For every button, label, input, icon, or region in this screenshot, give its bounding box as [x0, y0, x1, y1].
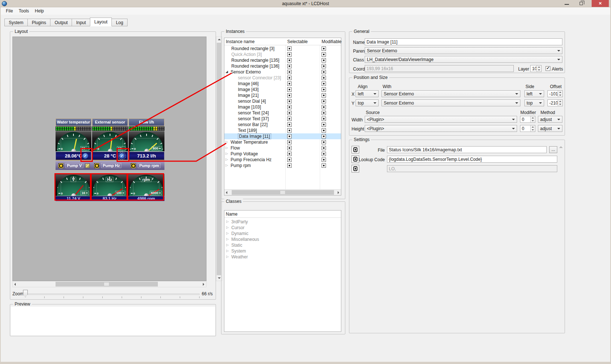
lcd-column[interactable]: Flow l/h0800713.2 l/h: [129, 118, 164, 160]
instance-row[interactable]: Image [43]: [224, 87, 341, 92]
spinner-arrows-icon[interactable]: [530, 116, 535, 122]
pump-cell[interactable]: Pump Hz: [91, 161, 128, 170]
tab-log[interactable]: Log: [111, 19, 128, 26]
selectable-checkbox[interactable]: [287, 122, 292, 127]
selectable-checkbox[interactable]: [287, 64, 292, 68]
class-row[interactable]: ▷Dynamic: [224, 231, 341, 236]
scroll-left-icon[interactable]: [224, 190, 230, 195]
width-method-select[interactable]: adjust: [538, 116, 562, 123]
lcd-column[interactable]: External sensor05028 °C✓: [92, 118, 128, 160]
x-side-select[interactable]: left: [524, 90, 544, 97]
minimize-button[interactable]: [561, 0, 572, 7]
modifiable-checkbox[interactable]: [322, 99, 326, 103]
instance-row[interactable]: Image [46]: [224, 81, 341, 87]
modifiable-checkbox[interactable]: [322, 81, 326, 86]
expand-arrow-icon[interactable]: ▷: [226, 243, 229, 247]
column-selectable[interactable]: Selectable: [287, 39, 308, 44]
instances-table-header[interactable]: Instance name Selectable Modifiable: [224, 38, 341, 45]
instance-row[interactable]: sensor Bar [22]: [224, 122, 341, 128]
modifiable-checkbox[interactable]: [322, 146, 326, 150]
instance-row[interactable]: Image [103]: [224, 104, 341, 110]
instance-row[interactable]: ▷Water Temperature: [224, 139, 341, 145]
selectable-checkbox[interactable]: [287, 46, 292, 51]
modifiable-checkbox[interactable]: [322, 52, 326, 57]
selectable-checkbox[interactable]: [287, 146, 292, 150]
extra-binding-button[interactable]: [352, 165, 359, 172]
modifiable-checkbox[interactable]: [322, 111, 326, 115]
instance-row[interactable]: Image [21]: [224, 92, 341, 98]
expand-arrow-icon[interactable]: ▷: [225, 152, 228, 155]
tab-plugins[interactable]: Plugins: [27, 19, 50, 26]
instances-horizontal-scrollbar[interactable]: [224, 189, 341, 195]
modifiable-checkbox[interactable]: [322, 46, 326, 51]
modifiable-checkbox[interactable]: [322, 152, 326, 156]
modifiable-checkbox[interactable]: [322, 140, 326, 144]
file-binding-button[interactable]: [352, 146, 359, 153]
selectable-checkbox[interactable]: [287, 81, 292, 86]
lcd-top-row[interactable]: Water temperatur05028.06°C✓External sens…: [56, 118, 164, 160]
instance-row[interactable]: Quick Action [3]: [224, 52, 341, 57]
class-row[interactable]: ▷System: [224, 248, 341, 254]
modifiable-checkbox[interactable]: [322, 117, 326, 121]
modifiable-checkbox[interactable]: [322, 128, 326, 133]
column-name[interactable]: Name: [226, 212, 238, 217]
gauge-bezel[interactable]: Hz0100: [91, 174, 128, 196]
instance-row[interactable]: sensor Connector [23]: [224, 75, 341, 81]
gauge-bezel[interactable]: rpm06000: [128, 174, 164, 196]
instance-row[interactable]: ◢Sensor Externo: [224, 69, 341, 75]
instance-row[interactable]: Rounded rectangle [136]: [224, 63, 341, 69]
selectable-checkbox[interactable]: [287, 134, 292, 139]
instance-row[interactable]: ▷Pump Voltage: [224, 151, 341, 157]
layout-canvas[interactable]: Water temperatur05028.06°C✓External sens…: [12, 37, 206, 281]
class-row[interactable]: ▷3rdParty: [224, 219, 341, 225]
horizontal-scroll-thumb[interactable]: [56, 282, 158, 287]
expand-arrow-icon[interactable]: ▷: [226, 237, 229, 241]
class-select[interactable]: LH_DataViewer/DataViewerImage: [365, 56, 562, 63]
canvas-horizontal-scrollbar[interactable]: [12, 281, 206, 287]
instance-row[interactable]: sensor Text [24]: [224, 110, 341, 116]
instance-row[interactable]: Data Image [11]: [224, 133, 341, 139]
pump-cell[interactable]: Pump V: [56, 161, 91, 170]
instances-table[interactable]: Instance name Selectable Modifiable Roun…: [224, 38, 341, 196]
spinner-arrows-icon[interactable]: [530, 125, 535, 132]
class-row[interactable]: ▷Weather: [224, 254, 341, 260]
restore-button[interactable]: [576, 0, 587, 7]
tab-output[interactable]: Output: [50, 19, 72, 26]
modifiable-checkbox[interactable]: [322, 105, 326, 109]
instance-row[interactable]: ▷Pump Frecuencia Hz: [224, 157, 341, 163]
tab-system[interactable]: System: [4, 19, 28, 26]
y-with-select[interactable]: Sensor Externo: [382, 99, 520, 106]
pump-cell[interactable]: Pump rpm: [128, 161, 164, 170]
selectable-checkbox[interactable]: [287, 52, 292, 57]
expand-arrow-icon[interactable]: ▷: [226, 225, 229, 229]
height-method-select[interactable]: adjust: [538, 125, 562, 132]
classes-table[interactable]: Name ▷3rdParty▷Cursor▷Dynamic▷Miscellane…: [224, 210, 341, 332]
menu-file[interactable]: File: [3, 7, 16, 15]
edit-pencil-icon[interactable]: [85, 163, 90, 168]
selectable-checkbox[interactable]: [287, 140, 292, 144]
lookup-code-input[interactable]: {logdata.LogDataSets.SensorTemp.Level.Co…: [387, 156, 557, 163]
expand-arrow-icon[interactable]: ▷: [226, 255, 229, 258]
column-instance-name[interactable]: Instance name: [226, 39, 255, 44]
instance-row[interactable]: ▷Flow: [224, 145, 341, 151]
class-row[interactable]: ▷Static: [224, 242, 341, 248]
alerts-checkbox[interactable]: [546, 66, 550, 71]
y-align-select[interactable]: top: [356, 99, 379, 106]
modifiable-checkbox[interactable]: [322, 58, 326, 62]
lcd-pump-band[interactable]: Pump VPump HzPump rpm: [56, 161, 164, 170]
expand-arrow-icon[interactable]: ▷: [225, 146, 228, 149]
scroll-right-icon[interactable]: [201, 281, 206, 287]
instance-row[interactable]: sensor Dial [4]: [224, 98, 341, 104]
selectable-checkbox[interactable]: [287, 158, 292, 162]
modifiable-checkbox[interactable]: [322, 76, 326, 80]
selectable-checkbox[interactable]: [287, 58, 292, 62]
x-with-select[interactable]: Sensor Externo: [382, 90, 520, 97]
expand-arrow-icon[interactable]: ▷: [225, 163, 228, 167]
expand-arrow-icon[interactable]: ▷: [225, 140, 228, 144]
selectable-checkbox[interactable]: [287, 128, 292, 133]
expand-arrow-icon[interactable]: ▷: [225, 158, 228, 161]
settings-scroll-up-icon[interactable]: [559, 146, 563, 148]
spinner-arrows-icon[interactable]: [536, 65, 541, 72]
close-button[interactable]: ✕: [592, 0, 609, 7]
modifiable-checkbox[interactable]: [322, 158, 326, 162]
